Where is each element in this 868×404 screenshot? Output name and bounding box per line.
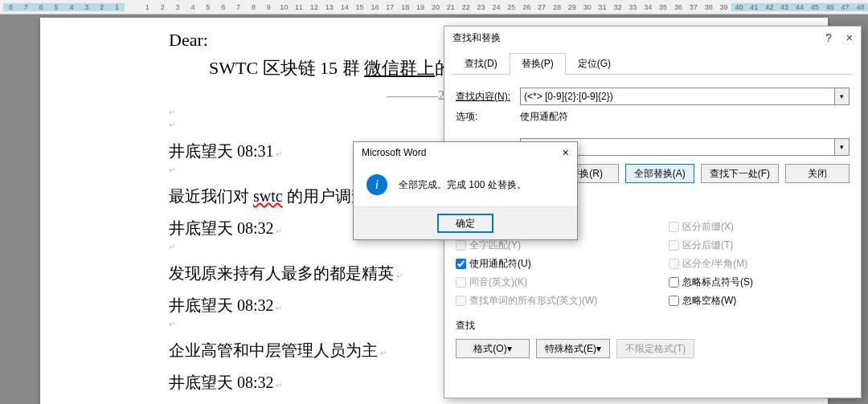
horizontal-ruler[interactable]: 8765432112345678910111213141516171819202… — [0, 0, 868, 14]
check-label: 同音(英文)(K) — [469, 275, 527, 289]
tab-goto[interactable]: 定位(G) — [566, 53, 623, 75]
info-icon: i — [366, 174, 387, 195]
format-button[interactable]: 格式(O)▾ — [456, 339, 530, 358]
doc-text: 井底望天 08:32 — [169, 296, 274, 314]
check-label: 查找单词的所有形式(英文)(W) — [469, 294, 597, 308]
dialog-title: 查找和替换 — [452, 31, 501, 45]
checkbox — [669, 222, 679, 232]
close-button[interactable]: 关闭 — [785, 164, 850, 183]
doc-text-underline: 微信群上 — [364, 58, 435, 78]
find-row: 查找内容(N): ▾ — [456, 88, 850, 105]
replace-dropdown-button[interactable]: ▾ — [835, 138, 850, 156]
checkbox — [669, 259, 679, 269]
close-icon[interactable]: × — [846, 31, 853, 44]
checkbox[interactable] — [456, 259, 466, 269]
check-ignore-punct[interactable]: 忽略标点符号(S) — [669, 275, 850, 289]
doc-text: 井底望天 08:31 — [169, 142, 274, 160]
tab-label: 查找(D) — [465, 58, 497, 69]
check-wildcards[interactable]: 使用通配符(U) — [456, 257, 637, 271]
special-format-button[interactable]: 特殊格式(E)▾ — [536, 339, 610, 358]
replace-all-button[interactable]: 全部替换(A) — [625, 164, 694, 183]
close-icon[interactable]: × — [563, 146, 569, 159]
msgbox-content: i 全部完成。完成 100 处替换。 — [354, 163, 577, 206]
check-label: 忽略标点符号(S) — [682, 275, 753, 289]
checkbox[interactable] — [669, 296, 679, 306]
find-label: 查找内容(N): — [456, 90, 520, 104]
check-prefix[interactable]: 区分前缀(X) — [669, 220, 850, 234]
checkbox — [456, 240, 466, 251]
msgbox-title: Microsoft Word — [362, 147, 426, 158]
check-label: 区分全/半角(M) — [682, 257, 747, 271]
check-label: 全字匹配(Y) — [469, 239, 521, 252]
check-full-half[interactable]: 区分全/半角(M) — [669, 257, 850, 271]
message-box: Microsoft Word × i 全部完成。完成 100 处替换。 确定 — [353, 141, 578, 240]
doc-text: SWTC 区块链 15 群 — [209, 58, 364, 78]
find-input[interactable] — [520, 88, 835, 105]
check-label: 忽略空格(W) — [682, 294, 736, 308]
checkbox — [456, 277, 466, 288]
find-dropdown-button[interactable]: ▾ — [835, 88, 850, 105]
tab-find[interactable]: 查找(D) — [452, 53, 510, 75]
options-label: 选项: — [456, 110, 520, 124]
checkbox[interactable] — [669, 277, 679, 288]
tab-label: 定位(G) — [578, 58, 611, 69]
checkbox — [456, 296, 466, 306]
dialog-titlebar[interactable]: 查找和替换 ? × — [444, 27, 861, 49]
msgbox-text: 全部完成。完成 100 处替换。 — [399, 178, 526, 192]
check-label: 区分前缀(X) — [682, 220, 734, 234]
check-suffix[interactable]: 区分后缀(T) — [669, 239, 850, 252]
checkbox — [669, 240, 679, 251]
check-word-forms[interactable]: 查找单词的所有形式(英文)(W) — [456, 294, 637, 308]
dialog-tabs: 查找(D) 替换(P) 定位(G) — [452, 52, 853, 75]
help-icon[interactable]: ? — [825, 31, 832, 44]
tab-label: 替换(P) — [522, 58, 554, 69]
doc-text-spellerror: swtc — [253, 187, 283, 205]
doc-text: 发现原来持有人最多的都是精英 — [169, 264, 394, 282]
check-label: 使用通配符(U) — [469, 257, 531, 271]
options-row-info: 选项: 使用通配符 — [456, 110, 850, 124]
find-next-button[interactable]: 查找下一处(F) — [701, 164, 779, 183]
doc-text: 井底望天 08:32 — [169, 219, 274, 237]
check-sounds-like[interactable]: 同音(英文)(K) — [456, 275, 637, 289]
section-find-label: 查找 — [456, 319, 850, 333]
msgbox-footer: 确定 — [354, 206, 577, 239]
check-ignore-space[interactable]: 忽略空格(W) — [669, 294, 850, 308]
doc-text: 最近我们对 — [169, 187, 253, 205]
ok-button[interactable]: 确定 — [437, 214, 493, 233]
check-whole-word[interactable]: 全字匹配(Y) — [456, 239, 637, 252]
tab-replace[interactable]: 替换(P) — [510, 53, 566, 75]
options-value: 使用通配符 — [520, 110, 568, 124]
bottom-button-row: 格式(O)▾ 特殊格式(E)▾ 不限定格式(T) — [456, 339, 850, 358]
check-label: 区分后缀(T) — [682, 239, 733, 252]
doc-text: 企业高管和中层管理人员为主 — [169, 341, 378, 359]
doc-text: 井底望天 08:32 — [169, 373, 274, 391]
no-format-button[interactable]: 不限定格式(T) — [616, 339, 694, 358]
msgbox-titlebar[interactable]: Microsoft Word × — [354, 142, 577, 163]
